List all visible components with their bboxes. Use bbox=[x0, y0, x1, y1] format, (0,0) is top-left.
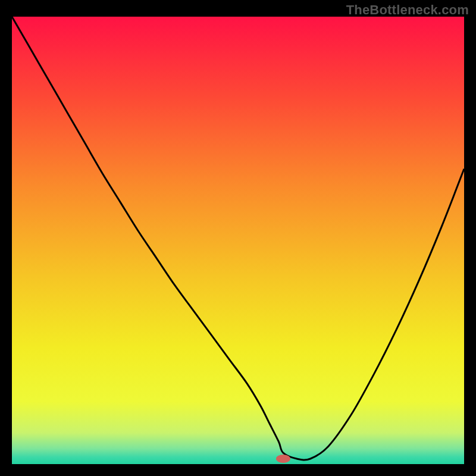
chart-marker bbox=[276, 455, 290, 463]
gradient-background bbox=[12, 17, 464, 464]
plot-area bbox=[12, 17, 464, 464]
chart-frame: TheBottleneck.com bbox=[0, 0, 476, 476]
plot-svg bbox=[12, 17, 464, 464]
watermark-text: TheBottleneck.com bbox=[346, 2, 469, 18]
